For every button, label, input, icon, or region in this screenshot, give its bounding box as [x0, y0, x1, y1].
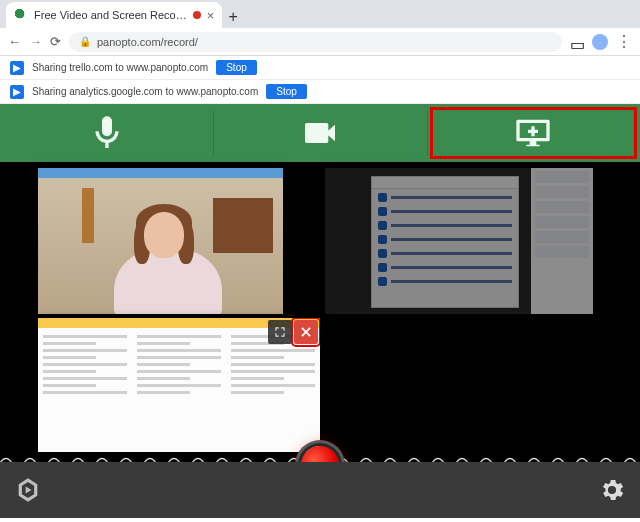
gear-icon	[598, 476, 626, 504]
new-tab-button[interactable]: +	[222, 6, 244, 28]
bottom-bar	[0, 462, 640, 518]
sharing-infobar-2: ▶ Sharing analytics.google.com to www.pa…	[0, 80, 640, 104]
menu-icon[interactable]: ⋮	[616, 32, 632, 51]
url-text: panopto.com/record/	[97, 36, 198, 48]
stop-sharing-button[interactable]: Stop	[266, 84, 307, 99]
stop-sharing-button[interactable]: Stop	[216, 60, 257, 75]
browser-tabstrip: Free Video and Screen Reco… × +	[0, 0, 640, 28]
lock-icon: 🔒	[79, 36, 91, 47]
preview-overlay-controls	[266, 318, 320, 346]
browser-toolbar: ← → ⟳ 🔒 panopto.com/record/ ▭ ⋮	[0, 28, 640, 56]
preview-area	[0, 162, 640, 462]
forward-button: →	[29, 34, 42, 49]
infobar-text: Sharing analytics.google.com to www.pano…	[32, 86, 258, 97]
extension-area: ▭ ⋮	[570, 32, 632, 51]
recording-indicator-icon	[193, 11, 201, 19]
tab-close-icon[interactable]: ×	[207, 8, 215, 23]
microphone-icon	[87, 113, 127, 153]
panopto-logo-icon	[14, 476, 42, 504]
camera-icon	[300, 113, 340, 153]
reload-button[interactable]: ⟳	[50, 34, 61, 49]
recorder-app	[0, 104, 640, 518]
webcam-preview[interactable]	[38, 168, 283, 314]
profile-icon[interactable]	[592, 34, 608, 50]
close-icon	[299, 325, 313, 339]
screen-preview-1[interactable]	[325, 168, 593, 314]
infobar-text: Sharing trello.com to www.panopto.com	[32, 62, 208, 73]
settings-button[interactable]	[598, 476, 626, 504]
cast-icon[interactable]: ▭	[570, 35, 584, 49]
expand-preview-button[interactable]	[268, 320, 292, 344]
video-source-button[interactable]	[213, 104, 426, 162]
browser-tab[interactable]: Free Video and Screen Reco… ×	[6, 2, 222, 28]
share-icon: ▶	[10, 85, 24, 99]
share-icon: ▶	[10, 61, 24, 75]
brand-logo[interactable]	[14, 476, 42, 504]
audio-source-button[interactable]	[0, 104, 213, 162]
sharing-infobar-1: ▶ Sharing trello.com to www.panopto.com …	[0, 56, 640, 80]
add-screen-button[interactable]	[427, 104, 640, 162]
screen-preview-2[interactable]	[38, 318, 320, 452]
expand-icon	[273, 325, 287, 339]
address-bar[interactable]: 🔒 panopto.com/record/	[69, 32, 562, 52]
source-toolbar	[0, 104, 640, 162]
screen-plus-icon	[513, 113, 553, 153]
favicon-icon	[14, 8, 28, 22]
back-button[interactable]: ←	[8, 34, 21, 49]
remove-preview-button[interactable]	[294, 320, 318, 344]
tab-title: Free Video and Screen Reco…	[34, 9, 187, 21]
